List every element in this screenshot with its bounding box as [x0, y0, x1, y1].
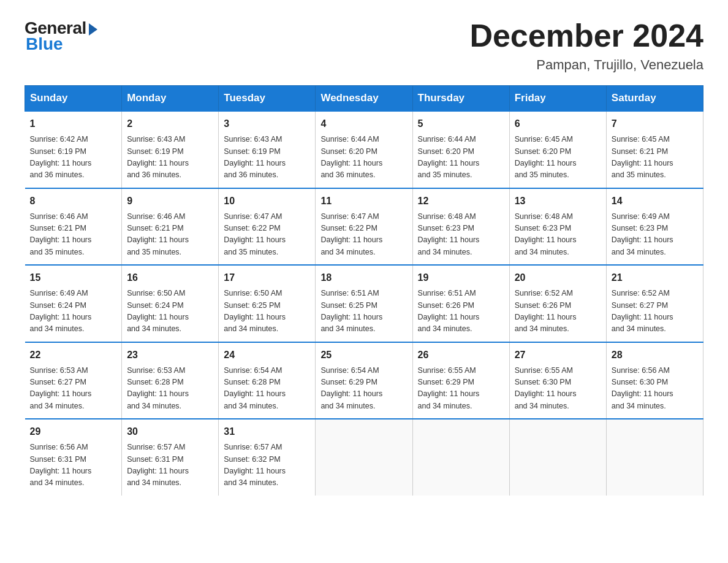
calendar-day-cell: 22Sunrise: 6:53 AMSunset: 6:27 PMDayligh…	[25, 342, 122, 419]
location-title: Pampan, Trujillo, Venezuela	[469, 57, 703, 73]
calendar-day-cell: 13Sunrise: 6:48 AMSunset: 6:23 PMDayligh…	[509, 188, 606, 266]
calendar-day-cell: 29Sunrise: 6:56 AMSunset: 6:31 PMDayligh…	[25, 419, 122, 496]
day-number: 18	[320, 270, 407, 285]
calendar-day-cell: 24Sunrise: 6:54 AMSunset: 6:28 PMDayligh…	[219, 342, 316, 419]
day-number: 16	[127, 270, 213, 285]
calendar-day-cell: 4Sunrise: 6:44 AMSunset: 6:20 PMDaylight…	[316, 111, 412, 188]
logo-arrow-icon	[89, 23, 97, 36]
day-number: 14	[612, 194, 698, 209]
day-number: 23	[127, 348, 213, 362]
day-number: 20	[515, 270, 601, 285]
day-info: Sunrise: 6:43 AMSunset: 6:19 PMDaylight:…	[127, 134, 213, 182]
calendar-day-header: Friday	[509, 86, 606, 112]
day-info: Sunrise: 6:51 AMSunset: 6:25 PMDaylight:…	[320, 288, 407, 335]
day-info: Sunrise: 6:56 AMSunset: 6:30 PMDaylight:…	[612, 365, 698, 413]
day-info: Sunrise: 6:49 AMSunset: 6:24 PMDaylight:…	[30, 288, 117, 335]
day-number: 31	[224, 424, 310, 439]
day-number: 21	[612, 270, 698, 285]
calendar-day-cell: 17Sunrise: 6:50 AMSunset: 6:25 PMDayligh…	[219, 265, 316, 342]
day-info: Sunrise: 6:55 AMSunset: 6:29 PMDaylight:…	[418, 365, 504, 413]
calendar-week-row: 1Sunrise: 6:42 AMSunset: 6:19 PMDaylight…	[25, 111, 703, 188]
day-number: 3	[224, 117, 310, 131]
day-number: 9	[127, 194, 213, 209]
calendar-day-cell	[606, 419, 703, 496]
calendar-day-cell: 23Sunrise: 6:53 AMSunset: 6:28 PMDayligh…	[122, 342, 219, 419]
month-title: December 2024	[469, 18, 703, 53]
calendar-day-cell: 7Sunrise: 6:45 AMSunset: 6:21 PMDaylight…	[606, 111, 703, 188]
day-number: 26	[418, 348, 504, 362]
day-info: Sunrise: 6:54 AMSunset: 6:29 PMDaylight:…	[320, 365, 407, 413]
calendar-header-row: SundayMondayTuesdayWednesdayThursdayFrid…	[25, 86, 703, 112]
day-number: 15	[30, 270, 117, 285]
calendar-day-cell: 20Sunrise: 6:52 AMSunset: 6:26 PMDayligh…	[509, 265, 606, 342]
calendar-week-row: 8Sunrise: 6:46 AMSunset: 6:21 PMDaylight…	[25, 188, 703, 266]
logo-blue-text: Blue	[26, 34, 63, 54]
day-number: 29	[30, 424, 117, 439]
logo: General Blue	[25, 18, 97, 54]
day-info: Sunrise: 6:52 AMSunset: 6:27 PMDaylight:…	[612, 288, 698, 335]
day-info: Sunrise: 6:45 AMSunset: 6:21 PMDaylight:…	[612, 134, 698, 182]
calendar-day-cell: 28Sunrise: 6:56 AMSunset: 6:30 PMDayligh…	[606, 342, 703, 419]
calendar-day-cell: 3Sunrise: 6:43 AMSunset: 6:19 PMDaylight…	[219, 111, 316, 188]
day-number: 22	[30, 348, 117, 362]
day-info: Sunrise: 6:47 AMSunset: 6:22 PMDaylight:…	[224, 211, 310, 259]
day-number: 4	[320, 117, 407, 131]
day-info: Sunrise: 6:46 AMSunset: 6:21 PMDaylight:…	[127, 211, 213, 259]
calendar-day-cell: 1Sunrise: 6:42 AMSunset: 6:19 PMDaylight…	[25, 111, 122, 188]
day-info: Sunrise: 6:50 AMSunset: 6:25 PMDaylight:…	[224, 288, 310, 335]
page-header: General Blue December 2024 Pampan, Truji…	[25, 18, 703, 73]
calendar-day-cell: 11Sunrise: 6:47 AMSunset: 6:22 PMDayligh…	[316, 188, 412, 266]
day-number: 2	[127, 117, 213, 131]
day-info: Sunrise: 6:52 AMSunset: 6:26 PMDaylight:…	[515, 288, 601, 335]
day-number: 24	[224, 348, 310, 362]
day-number: 19	[418, 270, 504, 285]
day-info: Sunrise: 6:55 AMSunset: 6:30 PMDaylight:…	[515, 365, 601, 413]
day-info: Sunrise: 6:51 AMSunset: 6:26 PMDaylight:…	[418, 288, 504, 335]
day-info: Sunrise: 6:56 AMSunset: 6:31 PMDaylight:…	[30, 442, 117, 489]
day-number: 7	[612, 117, 698, 131]
day-info: Sunrise: 6:43 AMSunset: 6:19 PMDaylight:…	[224, 134, 310, 182]
day-number: 10	[224, 194, 310, 209]
calendar-table: SundayMondayTuesdayWednesdayThursdayFrid…	[25, 85, 703, 496]
calendar-day-cell: 9Sunrise: 6:46 AMSunset: 6:21 PMDaylight…	[122, 188, 219, 266]
day-number: 11	[320, 194, 407, 209]
day-info: Sunrise: 6:47 AMSunset: 6:22 PMDaylight:…	[320, 211, 407, 259]
calendar-day-cell: 19Sunrise: 6:51 AMSunset: 6:26 PMDayligh…	[412, 265, 509, 342]
day-info: Sunrise: 6:44 AMSunset: 6:20 PMDaylight:…	[418, 134, 504, 182]
day-info: Sunrise: 6:57 AMSunset: 6:31 PMDaylight:…	[127, 442, 213, 489]
calendar-day-header: Monday	[122, 86, 219, 112]
day-number: 13	[515, 194, 601, 209]
calendar-day-header: Wednesday	[316, 86, 412, 112]
calendar-day-cell: 10Sunrise: 6:47 AMSunset: 6:22 PMDayligh…	[219, 188, 316, 266]
calendar-day-cell: 2Sunrise: 6:43 AMSunset: 6:19 PMDaylight…	[122, 111, 219, 188]
day-number: 27	[515, 348, 601, 362]
day-info: Sunrise: 6:45 AMSunset: 6:20 PMDaylight:…	[515, 134, 601, 182]
calendar-day-cell: 21Sunrise: 6:52 AMSunset: 6:27 PMDayligh…	[606, 265, 703, 342]
day-number: 1	[30, 117, 117, 131]
title-area: December 2024 Pampan, Trujillo, Venezuel…	[469, 18, 703, 73]
calendar-day-cell: 15Sunrise: 6:49 AMSunset: 6:24 PMDayligh…	[25, 265, 122, 342]
calendar-day-header: Saturday	[606, 86, 703, 112]
day-number: 6	[515, 117, 601, 131]
calendar-day-cell: 6Sunrise: 6:45 AMSunset: 6:20 PMDaylight…	[509, 111, 606, 188]
day-info: Sunrise: 6:53 AMSunset: 6:27 PMDaylight:…	[30, 365, 117, 413]
day-info: Sunrise: 6:48 AMSunset: 6:23 PMDaylight:…	[515, 211, 601, 259]
calendar-day-cell	[509, 419, 606, 496]
day-number: 8	[30, 194, 117, 209]
day-number: 25	[320, 348, 407, 362]
day-number: 28	[612, 348, 698, 362]
calendar-day-header: Thursday	[412, 86, 509, 112]
calendar-day-cell: 18Sunrise: 6:51 AMSunset: 6:25 PMDayligh…	[316, 265, 412, 342]
calendar-day-header: Sunday	[25, 86, 122, 112]
day-info: Sunrise: 6:54 AMSunset: 6:28 PMDaylight:…	[224, 365, 310, 413]
day-info: Sunrise: 6:48 AMSunset: 6:23 PMDaylight:…	[418, 211, 504, 259]
day-number: 5	[418, 117, 504, 131]
calendar-day-cell: 16Sunrise: 6:50 AMSunset: 6:24 PMDayligh…	[122, 265, 219, 342]
calendar-day-cell: 31Sunrise: 6:57 AMSunset: 6:32 PMDayligh…	[219, 419, 316, 496]
day-info: Sunrise: 6:57 AMSunset: 6:32 PMDaylight:…	[224, 442, 310, 489]
day-info: Sunrise: 6:49 AMSunset: 6:23 PMDaylight:…	[612, 211, 698, 259]
day-info: Sunrise: 6:42 AMSunset: 6:19 PMDaylight:…	[30, 134, 117, 182]
calendar-day-cell: 26Sunrise: 6:55 AMSunset: 6:29 PMDayligh…	[412, 342, 509, 419]
day-info: Sunrise: 6:46 AMSunset: 6:21 PMDaylight:…	[30, 211, 117, 259]
calendar-day-cell	[412, 419, 509, 496]
